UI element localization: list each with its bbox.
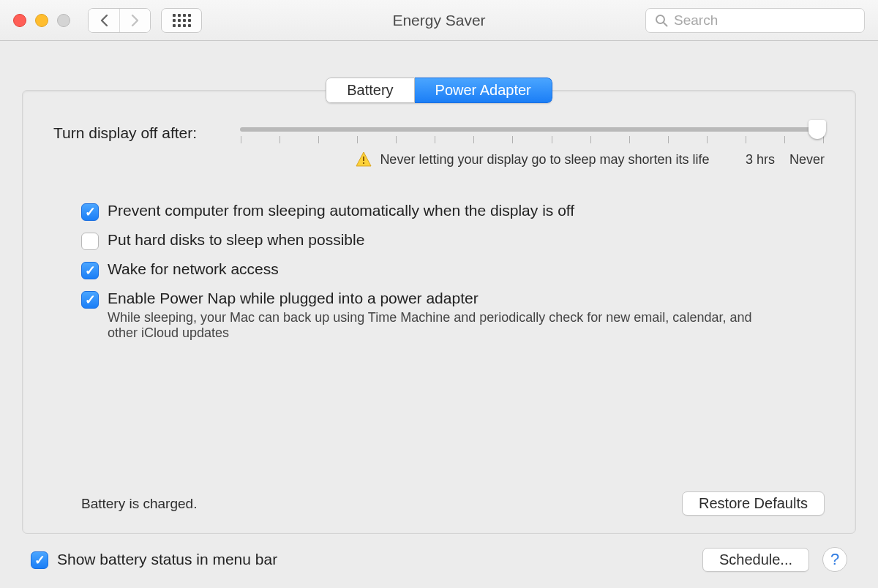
all-prefs-button[interactable] [161, 8, 202, 33]
svg-rect-3 [363, 162, 364, 164]
titlebar: Energy Saver Search [0, 0, 878, 41]
label-hard-disks: Put hard disks to sleep when possible [108, 231, 364, 249]
checkmark-icon: ✓ [85, 292, 96, 308]
checkbox-hard-disks[interactable] [81, 233, 99, 250]
checkmark-icon: ✓ [34, 552, 45, 568]
checkbox-prevent-sleep[interactable]: ✓ [81, 203, 99, 221]
close-button[interactable] [13, 14, 26, 27]
checkbox-power-nap[interactable]: ✓ [81, 291, 99, 309]
tab-power-adapter[interactable]: Power Adapter [415, 78, 552, 103]
help-button[interactable]: ? [822, 547, 847, 572]
slider-warning-text: Never letting your display go to sleep m… [380, 152, 709, 167]
label-power-nap: Enable Power Nap while plugged into a po… [108, 290, 781, 307]
slider-thumb[interactable] [808, 120, 826, 139]
label-show-battery: Show battery status in menu bar [57, 551, 277, 568]
checkbox-wake-network[interactable]: ✓ [81, 262, 99, 279]
tab-bar: Battery Power Adapter [326, 78, 552, 103]
settings-panel: Turn display off after: Never letting yo… [22, 90, 856, 534]
search-input[interactable]: Search [645, 8, 865, 33]
chevron-left-icon [100, 14, 109, 27]
tab-battery[interactable]: Battery [326, 78, 414, 103]
window-title: Energy Saver [392, 12, 485, 29]
minimize-button[interactable] [35, 14, 48, 27]
checkmark-icon: ✓ [85, 263, 96, 279]
nav-buttons [88, 8, 151, 33]
warning-icon [355, 151, 372, 168]
chevron-right-icon [130, 14, 140, 27]
maximize-button [57, 14, 70, 27]
label-prevent-sleep: Prevent computer from sleeping automatic… [108, 202, 574, 219]
search-placeholder: Search [674, 12, 718, 29]
grid-icon [173, 14, 191, 27]
battery-status: Battery is charged. [81, 496, 197, 512]
back-button[interactable] [89, 9, 119, 32]
svg-line-1 [664, 23, 667, 26]
slider-tick-never: Never [789, 152, 825, 167]
checkbox-show-battery[interactable]: ✓ [31, 551, 48, 569]
display-sleep-slider[interactable] [240, 127, 825, 132]
restore-defaults-button[interactable]: Restore Defaults [682, 491, 825, 516]
slider-label: Turn display off after: [53, 121, 240, 142]
checkmark-icon: ✓ [85, 204, 96, 220]
options-list: ✓ Prevent computer from sleeping automat… [53, 202, 825, 341]
forward-button [119, 9, 150, 32]
traffic-lights [13, 14, 70, 27]
desc-power-nap: While sleeping, your Mac can back up usi… [108, 310, 781, 341]
schedule-button[interactable]: Schedule... [702, 548, 809, 572]
label-wake-network: Wake for network access [108, 260, 279, 278]
svg-rect-2 [363, 157, 364, 161]
slider-ticks [240, 136, 825, 143]
search-icon [655, 14, 668, 27]
slider-tick-3hrs: 3 hrs [746, 152, 775, 167]
